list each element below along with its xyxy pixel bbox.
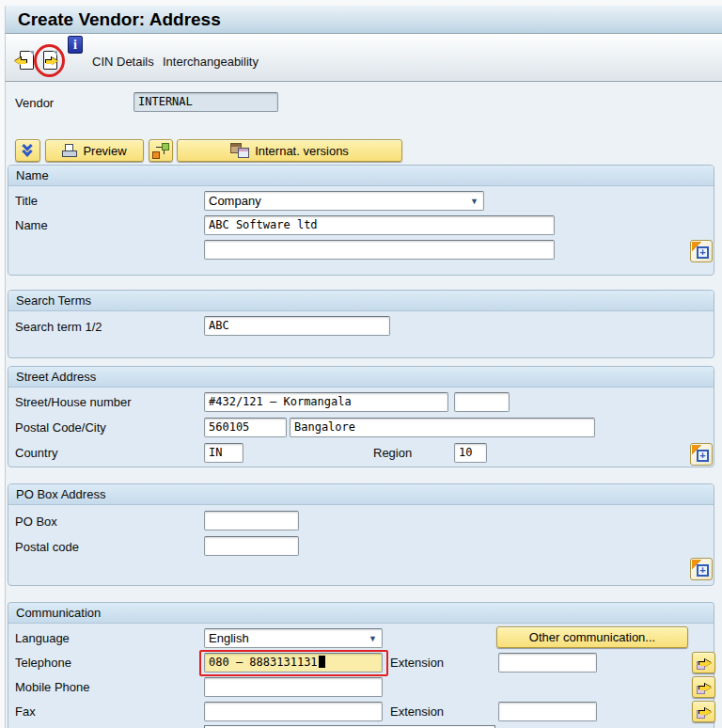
pobox-label: PO Box <box>15 514 57 529</box>
cin-details-button[interactable]: CIN Details <box>92 55 154 69</box>
arrow-right-icon <box>699 659 712 668</box>
city-input[interactable]: Bangalore <box>290 418 595 437</box>
internat-versions-button[interactable]: Internat. versions <box>177 139 402 162</box>
next-screen-button[interactable] <box>41 50 62 72</box>
dropdown-arrow-icon: ▼ <box>470 197 479 206</box>
telephone-label: Telephone <box>15 656 71 670</box>
telephone-more-button[interactable] <box>692 652 715 673</box>
windows-icon <box>230 143 249 158</box>
internat-versions-label: Internat. versions <box>255 144 349 158</box>
text-cursor <box>319 656 325 668</box>
fax-input[interactable] <box>204 702 383 721</box>
mobile-input[interactable] <box>204 677 383 697</box>
name-line2-input[interactable] <box>204 240 555 260</box>
vendor-label: Vendor <box>15 96 54 110</box>
telephone-extension-input[interactable] <box>498 653 597 673</box>
more-fields-button-street[interactable]: + <box>690 443 713 466</box>
preview-button[interactable]: Preview <box>45 139 144 162</box>
collapse-sections-button[interactable] <box>15 139 40 162</box>
fax-label: Fax <box>15 704 36 719</box>
mobile-more-button[interactable] <box>692 676 715 698</box>
street-label: Street/House number <box>15 395 132 409</box>
hierarchy-button[interactable] <box>149 139 173 162</box>
pobox-postal-input[interactable] <box>204 536 299 556</box>
mobile-label: Mobile Phone <box>15 680 90 694</box>
street-input[interactable]: #432/121 – Kormangala <box>204 392 448 412</box>
plus-box-icon: + <box>697 564 709 577</box>
plus-box-icon: + <box>697 246 709 259</box>
name-group-header: Name <box>8 166 714 186</box>
telephone-extension-label: Extension <box>390 656 444 670</box>
country-label: Country <box>15 446 58 460</box>
fax-more-button[interactable] <box>692 701 715 722</box>
arrow-left-icon <box>14 57 26 66</box>
title-bar: Create Vendor: Address <box>5 6 722 34</box>
street-address-header: Street Address <box>8 367 714 388</box>
page-title: Create Vendor: Address <box>6 6 722 33</box>
hierarchy-icon <box>152 143 169 159</box>
interchangeability-button[interactable]: Interchangeability <box>163 55 259 69</box>
fax-extension-label: Extension <box>390 704 444 719</box>
info-icon[interactable]: i <box>68 36 83 54</box>
search-term-input[interactable]: ABC <box>204 316 390 336</box>
search-term-label: Search term 1/2 <box>15 320 102 334</box>
pobox-input[interactable] <box>204 511 299 530</box>
arrow-right-icon <box>699 684 712 692</box>
dropdown-arrow-icon: ▼ <box>369 634 377 643</box>
postal-code-input[interactable]: 560105 <box>204 418 287 437</box>
other-communication-button[interactable]: Other communication... <box>496 626 688 648</box>
communication-header: Communication <box>8 603 714 624</box>
chevron-double-down-icon <box>22 144 35 157</box>
title-dropdown[interactable]: Company ▼ <box>204 191 484 211</box>
language-dropdown-value: English <box>209 631 249 645</box>
plus-box-icon: + <box>697 450 709 462</box>
telephone-input[interactable]: 080 – 8883131131 <box>204 653 383 673</box>
arrow-right-icon <box>699 708 712 717</box>
more-fields-button-name[interactable]: + <box>690 240 713 262</box>
more-fields-button-pobox[interactable]: + <box>690 558 713 580</box>
title-label: Title <box>15 194 38 208</box>
region-label: Region <box>373 446 412 460</box>
application-toolbar: i CIN Details Interchangeability <box>5 34 722 82</box>
telephone-value: 080 – 8883131131 <box>209 656 318 669</box>
postal-city-label: Postal Code/City <box>15 420 106 435</box>
name-input[interactable]: ABC Software ltd <box>204 215 555 235</box>
sap-window: Create Vendor: Address i CIN Details Int… <box>0 0 722 728</box>
fax-extension-input[interactable] <box>498 702 597 721</box>
pobox-postal-label: Postal code <box>15 540 79 554</box>
printer-icon <box>62 144 77 157</box>
language-dropdown[interactable]: English ▼ <box>204 628 383 648</box>
region-input[interactable]: 10 <box>454 443 487 463</box>
country-input[interactable]: IN <box>204 443 243 463</box>
pobox-group: PO Box Address <box>8 483 714 586</box>
search-terms-header: Search Terms <box>8 291 714 311</box>
title-dropdown-value: Company <box>209 194 261 208</box>
language-label: Language <box>15 631 70 645</box>
name-label: Name <box>15 218 48 232</box>
pobox-header: PO Box Address <box>8 484 714 505</box>
vendor-input[interactable]: INTERNAL <box>133 92 278 112</box>
street-supplement-input[interactable] <box>454 392 510 412</box>
previous-screen-button[interactable] <box>18 50 39 72</box>
street-address-group: Street Address <box>8 366 714 467</box>
preview-button-label: Preview <box>83 144 126 158</box>
arrow-right-icon <box>46 57 58 66</box>
